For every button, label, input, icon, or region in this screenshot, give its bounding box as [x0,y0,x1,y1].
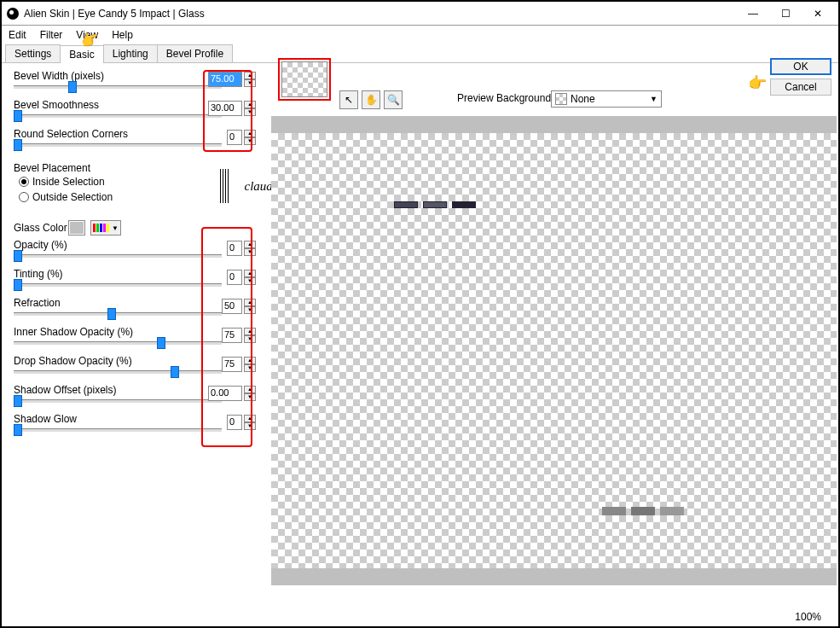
pointer-tool-button[interactable]: ↖ [339,90,358,109]
shadow-offset-thumb[interactable] [14,395,22,407]
menubar: Edit Filter View Help 👉 [2,26,838,44]
tinting-thumb[interactable] [14,279,22,291]
round-corners-label: Round Selection Corners [14,128,128,140]
menu-edit[interactable]: Edit [9,29,26,41]
maximize-button[interactable]: ☐ [770,4,801,23]
preview-bg-select[interactable]: None ▼ [551,90,662,108]
shadow-glow-label: Shadow Glow [14,413,77,425]
radio-outside[interactable]: Outside Selection [19,191,113,203]
radio-outside-icon [19,192,29,202]
glass-color-palette[interactable]: ▼ [90,220,121,236]
inner-shadow-spinner[interactable]: ▲▼ [244,328,256,343]
refraction-slider[interactable] [14,312,222,316]
menu-help[interactable]: Help [112,29,133,41]
round-corners-slider[interactable] [14,143,222,147]
minimize-button[interactable]: — [738,4,768,23]
bevel-width-spinner[interactable]: ▲▼ [244,72,256,87]
refraction-thumb[interactable] [107,308,116,320]
drop-shadow-spinner[interactable]: ▲▼ [244,357,256,372]
opacity-label: Opacity (%) [14,239,67,251]
bevel-smooth-input[interactable]: 30.00 [208,101,242,116]
bevel-width-thumb[interactable] [68,81,77,93]
tab-settings[interactable]: Settings [5,44,61,62]
round-corners-spinner[interactable]: ▲▼ [244,130,256,145]
inner-shadow-slider[interactable] [14,341,222,345]
inner-shadow-label: Inner Shadow Opacity (%) [14,326,133,338]
round-corners-thumb[interactable] [14,139,22,151]
preview-object-2 [602,507,684,515]
inner-shadow-input[interactable]: 75 [222,328,242,343]
preview-bg-value: None [571,93,595,105]
settings-panel: Bevel Width (pixels) 75.00 ▲▼ Bevel Smoo… [3,67,276,609]
bevel-smooth-label: Bevel Smoothness [14,99,99,111]
hand-tool-button[interactable]: ✋ [362,90,380,109]
bevel-smooth-thumb[interactable] [14,110,22,122]
tinting-spinner[interactable]: ▲▼ [244,270,256,285]
radio-outside-label: Outside Selection [32,191,113,203]
shadow-offset-spinner[interactable]: ▲▼ [244,386,256,401]
radio-inside-icon [19,177,29,187]
shadow-glow-spinner[interactable]: ▲▼ [244,415,256,430]
tab-lighting[interactable]: Lighting [103,44,158,62]
drop-shadow-label: Drop Shadow Opacity (%) [14,355,132,367]
shadow-offset-input[interactable]: 0.00 [208,386,242,401]
shadow-offset-label: Shadow Offset (pixels) [14,384,117,396]
bevel-smooth-spinner[interactable]: ▲▼ [244,101,256,116]
shadow-glow-thumb[interactable] [14,424,22,436]
bevel-smooth-slider[interactable] [14,114,222,118]
glass-color-label: Glass Color [14,222,67,234]
shadow-offset-slider[interactable] [14,399,222,403]
drop-shadow-thumb[interactable] [171,366,179,378]
preview-bg-label: Preview Background: [457,92,553,104]
shadow-glow-slider[interactable] [14,428,222,432]
bevel-width-slider[interactable] [14,85,222,89]
app-icon [7,8,19,20]
dropdown-icon: ▼ [650,95,658,103]
opacity-thumb[interactable] [14,250,22,262]
refraction-label: Refraction [14,297,61,309]
bevel-placement-label: Bevel Placement [14,162,90,174]
tinting-input[interactable]: 0 [227,270,242,285]
drop-shadow-input[interactable]: 75 [222,357,242,372]
drop-shadow-slider[interactable] [14,370,222,374]
ok-button[interactable]: OK [770,58,831,75]
window-title: Alien Skin | Eye Candy 5 Impact | Glass [24,8,738,20]
radio-inside[interactable]: Inside Selection [19,176,105,188]
tinting-label: Tinting (%) [14,268,63,280]
cancel-button[interactable]: Cancel [770,78,831,96]
zoom-tool-button[interactable]: 🔍 [384,90,403,109]
refraction-spinner[interactable]: ▲▼ [244,299,256,314]
preview-canvas[interactable] [271,133,837,568]
bevel-width-input[interactable]: 75.00 [208,72,242,87]
inner-shadow-thumb[interactable] [157,337,165,349]
round-corners-input[interactable]: 0 [227,130,242,145]
zoom-level: 100% [795,611,821,623]
refraction-input[interactable]: 50 [222,299,242,314]
preview-object-1 [394,201,476,208]
menu-filter[interactable]: Filter [40,29,63,41]
titlebar: Alien Skin | Eye Candy 5 Impact | Glass … [2,2,838,26]
shadow-glow-input[interactable]: 0 [227,415,242,430]
tabs: Settings Basic Lighting Bevel Profile [2,44,838,63]
tab-bevel-profile[interactable]: Bevel Profile [157,44,233,62]
bevel-width-label: Bevel Width (pixels) [14,70,104,82]
pointer-hand-ok-icon: 👉 [748,73,767,92]
preview-thumbnail[interactable] [278,58,331,101]
tinting-slider[interactable] [14,283,222,287]
radio-inside-label: Inside Selection [32,176,105,188]
preview-bg-swatch-icon [555,93,567,105]
preview-area: 👉 OK Cancel ↖ ✋ 🔍 Preview Background: No… [278,67,837,609]
glass-color-swatch[interactable] [68,220,85,236]
close-button[interactable]: ✕ [802,4,833,23]
opacity-input[interactable]: 0 [227,241,242,256]
opacity-slider[interactable] [14,254,222,258]
opacity-spinner[interactable]: ▲▼ [244,241,256,256]
